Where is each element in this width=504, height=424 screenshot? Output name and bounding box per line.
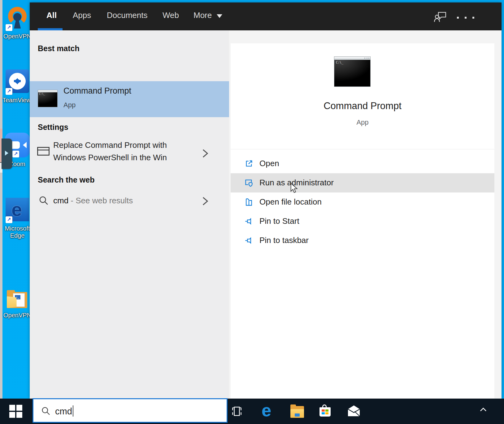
edge-taskbar-icon[interactable]: e: [262, 403, 271, 418]
task-view-icon[interactable]: [230, 404, 244, 420]
taskbar: cmd e: [0, 399, 504, 424]
taskbar-search-box[interactable]: cmd: [33, 398, 228, 423]
expand-arrow-icon: [5, 151, 11, 156]
action-open-file-location[interactable]: Open file location: [231, 192, 494, 212]
section-header-settings: Settings: [38, 123, 68, 132]
active-tab-underline: [38, 28, 63, 30]
desktop: ↗ OpenVPN ↗ TeamViewer ↗: [2, 0, 30, 399]
result-command-prompt[interactable]: C:\_ Command Prompt App: [30, 81, 229, 117]
command-prompt-icon: C:\_: [38, 90, 58, 107]
teamviewer-icon: ↗: [5, 69, 30, 95]
action-run-as-administrator[interactable]: Run as administrator: [231, 173, 494, 192]
desktop-icon-label: TeamViewer: [2, 97, 32, 104]
start-button[interactable]: [9, 405, 22, 418]
command-prompt-icon: C:\_: [334, 56, 371, 87]
results-list: Best match C:\_ Command Prompt App Setti…: [30, 30, 229, 399]
mouse-cursor: [290, 183, 299, 195]
shortcut-arrow-icon: ↗: [6, 88, 12, 95]
pin-icon: [245, 217, 253, 227]
desktop-icon-microsoft-edge[interactable]: e ↗ Microsoft Edge: [2, 197, 32, 239]
desktop-icon-openvpn-folder[interactable]: ›_ OpenVPN: [2, 288, 32, 319]
result-type: App: [63, 101, 76, 109]
mail-icon[interactable]: [347, 404, 361, 419]
feedback-icon[interactable]: [434, 11, 446, 24]
section-header-best-match: Best match: [38, 44, 80, 53]
result-replace-cmd-with-powershell[interactable]: Replace Command Prompt with Windows Powe…: [30, 135, 229, 173]
text-caret: [73, 405, 73, 417]
search-icon: [41, 406, 51, 417]
result-title: Command Prompt: [63, 86, 131, 96]
see-more-ellipsis-icon[interactable]: [457, 17, 474, 19]
preview-type: App: [231, 118, 494, 126]
result-web-search-cmd[interactable]: cmd - See web results: [30, 188, 229, 214]
sidebar-flyout-handle[interactable]: [2, 139, 12, 169]
desktop-icon-label: OpenVPN: [2, 33, 32, 40]
chevron-right-icon: [202, 148, 209, 160]
run-as-admin-icon: [245, 179, 253, 188]
search-icon: [38, 195, 49, 207]
section-header-search-web: Search the web: [38, 175, 94, 184]
desktop-icon-openvpn[interactable]: ↗ OpenVPN: [2, 5, 32, 40]
screen: ↗ OpenVPN ↗ TeamViewer ↗: [0, 0, 504, 424]
shortcut-arrow-icon: ↗: [12, 151, 19, 157]
edge-icon: e ↗: [5, 197, 30, 223]
shortcut-arrow-icon: ↗: [6, 216, 12, 223]
openvpn-icon: ↗: [5, 5, 30, 31]
show-hidden-icons-chevron[interactable]: [479, 407, 487, 414]
result-text: cmd - See web results: [53, 196, 133, 205]
action-pin-to-start[interactable]: Pin to Start: [231, 212, 494, 231]
divider: [231, 149, 494, 149]
file-location-icon: [245, 198, 253, 208]
tab-web[interactable]: Web: [163, 11, 179, 20]
folder-icon: ›_: [5, 288, 30, 310]
preview-title: Command Prompt: [231, 100, 494, 112]
shortcut-arrow-icon: ↗: [6, 24, 12, 31]
action-open[interactable]: Open: [231, 154, 494, 173]
chevron-right-icon: [202, 196, 209, 208]
desktop-icon-label: Microsoft Edge: [4, 225, 31, 239]
pin-icon: [245, 236, 253, 246]
preview-pane: C:\_ Command Prompt App Open: [231, 43, 494, 399]
desktop-icon-teamviewer[interactable]: ↗ TeamViewer: [2, 69, 32, 104]
search-input[interactable]: cmd: [55, 405, 73, 417]
result-text: Replace Command Prompt with Windows Powe…: [53, 139, 167, 164]
search-filter-bar: All Apps Documents Web More: [30, 2, 502, 30]
chevron-down-icon[interactable]: [217, 14, 222, 21]
open-icon: [245, 159, 253, 169]
tab-documents[interactable]: Documents: [107, 11, 148, 20]
left-edge-strip: [0, 0, 2, 399]
tab-all[interactable]: All: [46, 11, 57, 20]
tab-apps[interactable]: Apps: [73, 11, 91, 20]
taskbar-settings-icon: [37, 147, 50, 157]
desktop-icon-label: OpenVPN: [2, 312, 32, 319]
search-flyout-panel: All Apps Documents Web More Best match: [30, 2, 502, 399]
tab-more[interactable]: More: [193, 11, 212, 20]
action-pin-to-taskbar[interactable]: Pin to taskbar: [231, 231, 494, 250]
